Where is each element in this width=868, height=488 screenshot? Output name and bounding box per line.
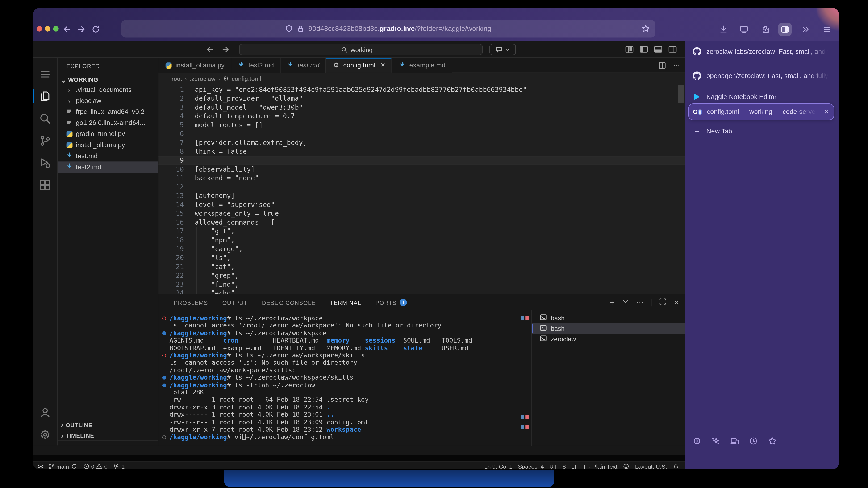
explorer-root-folder[interactable]: ⌄ WORKING — [58, 74, 158, 85]
breadcrumb[interactable]: root›.zeroclaw›⚙config.toml — [158, 73, 685, 84]
code-line[interactable]: 6 — [158, 129, 685, 138]
cursor-position[interactable]: Ln 9, Col 1 — [484, 463, 512, 469]
code-line[interactable]: 12 — [158, 183, 685, 191]
command-search-box[interactable] — [239, 44, 483, 55]
forward-icon[interactable] — [76, 24, 86, 34]
breadcrumb-item[interactable]: config.toml — [231, 75, 261, 82]
activity-menu-icon[interactable] — [33, 63, 57, 85]
more-actions-icon[interactable]: ⋯ — [673, 62, 680, 69]
ports-status[interactable]: 1 — [113, 463, 125, 469]
bookmark-star-icon[interactable] — [642, 24, 650, 33]
explorer-item[interactable]: install_ollama.py — [58, 139, 158, 151]
browser-tab[interactable]: openagen/zeroclaw: Fast, small, and full… — [688, 68, 834, 84]
sparkles-icon[interactable] — [711, 436, 721, 446]
terminal-output[interactable]: /kaggle/working# ls ~/.zeroclaw/workpace… — [158, 311, 531, 446]
code-line[interactable]: 15workspace_only = true — [158, 209, 685, 218]
nav-forward-icon[interactable] — [221, 45, 230, 54]
extensions-puzzle-icon[interactable] — [761, 24, 770, 34]
downloads-icon[interactable] — [718, 24, 728, 34]
overflow-chevrons-icon[interactable] — [801, 24, 810, 34]
activity-source-control-icon[interactable] — [33, 129, 57, 152]
code-line[interactable]: 23 "find", — [158, 280, 685, 289]
feedback-smiley-icon[interactable] — [623, 463, 629, 469]
settings-gear-icon[interactable] — [692, 436, 702, 446]
layout-sidebar-right-icon[interactable] — [668, 45, 677, 54]
code-line[interactable]: 17 "git", — [158, 227, 685, 236]
code-line[interactable]: 4default_temperature = 0.7 — [158, 112, 685, 121]
window-zoom-button[interactable] — [53, 26, 59, 31]
explorer-item[interactable]: ›.virtual_documents — [58, 84, 158, 95]
window-minimize-button[interactable] — [45, 26, 50, 31]
activity-account-icon[interactable] — [33, 401, 57, 423]
code-line[interactable]: 14level = "supervised" — [158, 200, 685, 209]
editor-tab[interactable]: test.md — [280, 58, 326, 73]
code-line[interactable]: 13[autonomy] — [158, 191, 685, 200]
copilot-chat-button[interactable] — [489, 44, 516, 55]
code-line[interactable]: 18 "npm", — [158, 236, 685, 245]
code-line[interactable]: 24 "echo", — [158, 289, 685, 294]
search-input[interactable] — [351, 46, 381, 53]
panel-tab-problems[interactable]: PROBLEMS — [174, 294, 208, 311]
code-line[interactable]: 22 "grep", — [158, 271, 685, 280]
code-line[interactable]: 5model_routes = [] — [158, 121, 685, 130]
history-clock-icon[interactable] — [749, 436, 758, 446]
terminal-session-item[interactable]: zeroclaw — [532, 333, 685, 344]
reload-icon[interactable] — [91, 24, 100, 34]
terminal-session-item[interactable]: bash — [532, 313, 685, 323]
nav-back-icon[interactable] — [206, 45, 214, 54]
explorer-item[interactable]: go1.26.0.linux-amd64.... — [58, 118, 158, 129]
code-line[interactable]: 7[provider.ollama.extra_body] — [158, 138, 685, 148]
code-line[interactable]: 16allowed_commands = [ — [158, 218, 685, 227]
sync-icon[interactable] — [71, 463, 78, 469]
panel-tab-output[interactable]: OUTPUT — [222, 294, 247, 311]
panel-tab-terminal[interactable]: TERMINAL — [330, 294, 361, 311]
explorer-more-icon[interactable]: ⋯ — [145, 62, 152, 70]
more-icon[interactable]: ⋯ — [637, 298, 644, 306]
panel-tab-ports[interactable]: PORTS1 — [375, 294, 407, 311]
editor-content[interactable]: 1api_key = "enc2:84ef90853f494c9fa591aab… — [158, 84, 685, 294]
timeline-section[interactable]: › TIMELINE — [58, 430, 158, 441]
keyboard-layout[interactable]: Layout: U.S. — [635, 463, 667, 469]
new-tab-button[interactable]: + New Tab — [688, 123, 834, 139]
sidebar-toggle-icon[interactable] — [778, 23, 792, 36]
code-line[interactable]: 3default_model = "qwen3:30b" — [158, 103, 685, 112]
lock-icon[interactable] — [297, 25, 305, 33]
activity-search-icon[interactable] — [33, 107, 57, 129]
activity-files-icon[interactable] — [33, 85, 57, 107]
breadcrumb-item[interactable]: .zeroclaw — [190, 75, 215, 82]
layout-customize-icon[interactable] — [625, 45, 634, 54]
code-line[interactable]: 11backend = "none" — [158, 174, 685, 183]
activity-settings-gear-icon[interactable] — [33, 423, 57, 445]
explorer-item[interactable]: gradio_tunnel.py — [58, 128, 158, 139]
editor-scrollbar[interactable] — [678, 85, 684, 103]
code-line[interactable]: 9 — [158, 156, 685, 165]
menu-icon[interactable] — [822, 24, 832, 34]
panel-tab-debug-console[interactable]: DEBUG CONSOLE — [262, 294, 315, 311]
indentation[interactable]: Spaces: 4 — [518, 463, 544, 469]
maximize-icon[interactable] — [659, 298, 666, 307]
window-close-button[interactable] — [36, 26, 42, 31]
explorer-item[interactable]: ›picoclaw — [58, 95, 158, 106]
git-branch-status[interactable]: main — [48, 463, 78, 469]
plus-icon[interactable]: + — [610, 298, 614, 307]
close-icon[interactable]: ✕ — [822, 108, 829, 116]
code-line[interactable]: 21 "cat", — [158, 262, 685, 271]
code-line[interactable]: 8think = false — [158, 147, 685, 156]
devices-icon[interactable] — [730, 436, 740, 446]
layout-sidebar-left-icon[interactable] — [640, 45, 648, 54]
back-icon[interactable] — [62, 24, 71, 34]
remote-indicator[interactable]: >< — [38, 463, 43, 469]
editor-tab[interactable]: install_ollama.py — [158, 58, 231, 73]
code-line[interactable]: 2default_provider = "ollama" — [158, 94, 685, 103]
split-editor-icon[interactable] — [658, 61, 666, 69]
terminal-session-item[interactable]: bash — [532, 323, 685, 334]
shield-icon[interactable] — [285, 25, 293, 33]
code-line[interactable]: 19 "cargo", — [158, 245, 685, 253]
breadcrumb-item[interactable]: root — [172, 75, 182, 82]
encoding[interactable]: UTF-8 — [549, 463, 566, 469]
url-bar[interactable]: 90d48cc8423b08bd3c.gradio.live/?folder=/… — [121, 20, 655, 37]
outline-section[interactable]: › OUTLINE — [58, 419, 158, 430]
eol[interactable]: LF — [571, 463, 578, 469]
activity-run-debug-icon[interactable] — [33, 152, 57, 174]
code-line[interactable]: 1api_key = "enc2:84ef90853f494c9fa591aab… — [158, 85, 685, 94]
